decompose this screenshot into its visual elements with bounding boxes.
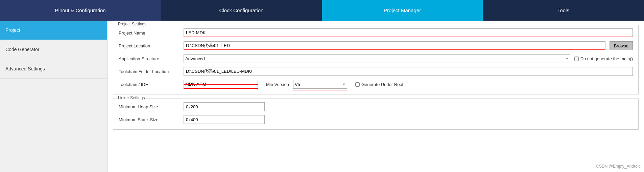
main-content: Project Code Generator Advanced Settings… <box>0 21 644 172</box>
sidebar-item-project[interactable]: Project <box>0 21 107 40</box>
tab-tools[interactable]: Tools <box>483 0 644 21</box>
browse-button[interactable]: Browse <box>610 41 633 50</box>
application-structure-select[interactable]: Advanced Basic <box>184 54 570 63</box>
toolchain-folder-label: Toolchain Folder Location <box>119 69 180 74</box>
do-not-generate-main-checkbox-label[interactable]: Do not generate the main() <box>574 56 633 61</box>
project-location-label: Project Location <box>119 43 180 48</box>
min-heap-size-row: Minimum Heap Size <box>119 102 633 111</box>
project-settings-section: Project Settings Project Name Project Lo… <box>113 25 639 94</box>
generate-under-root-checkbox[interactable] <box>355 82 360 87</box>
application-structure-row: Application Structure Advanced Basic Do … <box>119 54 633 63</box>
project-name-label: Project Name <box>119 30 180 36</box>
min-heap-size-label: Minimum Heap Size <box>119 104 180 109</box>
min-version-select-wrapper: V5 V4 V6 <box>293 80 347 89</box>
min-version-label: Min Version <box>266 82 289 87</box>
project-location-input[interactable] <box>184 41 605 50</box>
toolchain-folder-input[interactable] <box>184 67 633 76</box>
sidebar-item-advanced-settings[interactable]: Advanced Settings <box>0 59 107 79</box>
linker-settings-label: Linker Settings <box>117 95 146 100</box>
min-stack-size-label: Minimum Stack Size <box>119 117 180 122</box>
toolchain-ide-select-wrapper: MDK-ARM EWARM STM32CubeIDE <box>184 80 258 89</box>
tab-pinout[interactable]: Pinout & Configuration <box>0 0 161 21</box>
min-stack-size-input[interactable] <box>184 115 265 124</box>
sidebar: Project Code Generator Advanced Settings <box>0 21 108 172</box>
toolchain-ide-label: Toolchain / IDE <box>119 82 180 87</box>
content-panel: Project Settings Project Name Project Lo… <box>108 21 644 172</box>
project-name-input[interactable] <box>184 28 633 37</box>
generate-under-root-checkbox-label[interactable]: Generate Under Root <box>355 82 403 87</box>
toolchain-folder-row: Toolchain Folder Location <box>119 67 633 76</box>
min-version-select[interactable]: V5 V4 V6 <box>293 80 347 89</box>
tab-project-manager[interactable]: Project Manager <box>322 0 483 21</box>
project-location-row: Project Location Browse <box>119 41 633 50</box>
sidebar-item-code-generator[interactable]: Code Generator <box>0 40 107 59</box>
toolchain-ide-row: Toolchain / IDE MDK-ARM EWARM STM32CubeI… <box>119 80 633 89</box>
application-structure-label: Application Structure <box>119 56 180 61</box>
linker-settings-section: Linker Settings Minimum Heap Size Minimu… <box>113 99 639 130</box>
application-structure-select-wrapper: Advanced Basic <box>184 54 570 63</box>
watermark: CSDN @Empty_Android <box>596 164 641 169</box>
project-settings-label: Project Settings <box>117 22 148 26</box>
project-name-row: Project Name <box>119 28 633 37</box>
tab-clock[interactable]: Clock Configuration <box>161 0 322 21</box>
toolchain-ide-select[interactable]: MDK-ARM EWARM STM32CubeIDE <box>184 80 258 89</box>
min-heap-size-input[interactable] <box>184 102 265 111</box>
do-not-generate-main-checkbox[interactable] <box>574 57 579 61</box>
top-navigation: Pinout & Configuration Clock Configurati… <box>0 0 644 21</box>
min-stack-size-row: Minimum Stack Size <box>119 115 633 124</box>
